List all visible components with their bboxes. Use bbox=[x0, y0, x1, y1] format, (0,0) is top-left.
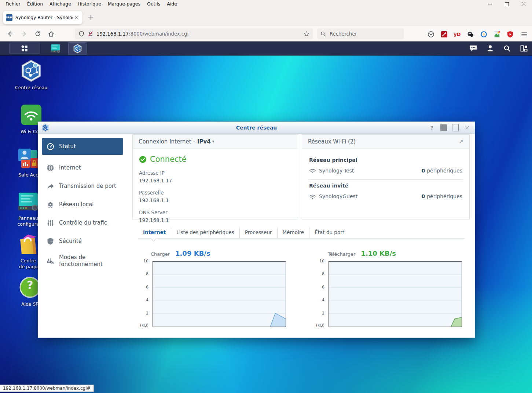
wifi-ssid: SynologyGuest bbox=[319, 193, 357, 199]
taskbar-network-center-button[interactable] bbox=[68, 42, 87, 55]
field-gateway: Passerelle 192.168.1.1 bbox=[139, 190, 291, 203]
url-host: 192.168.1.17 bbox=[96, 31, 129, 37]
adblock-extension-icon[interactable] bbox=[505, 29, 515, 39]
wifi-group-main: Réseau principal bbox=[309, 157, 462, 163]
menu-file[interactable]: Fichier bbox=[2, 0, 24, 8]
sidebar-item-local-network[interactable]: Réseau local bbox=[38, 195, 127, 214]
widgets-button[interactable] bbox=[520, 44, 528, 53]
download-rate-value: 1.10 KB/s bbox=[361, 250, 396, 257]
connection-panel-header: Connexion Internet - IPv4 ▾ bbox=[133, 135, 298, 149]
sidebar-item-security[interactable]: Sécurité bbox=[38, 232, 127, 250]
shield-icon[interactable] bbox=[78, 31, 84, 37]
search-desktop-button[interactable] bbox=[503, 44, 511, 53]
sidebar-item-operation-modes[interactable]: Modes de fonctionnement bbox=[38, 250, 127, 272]
ghostery-extension-icon[interactable] bbox=[466, 29, 475, 39]
router-gear-icon bbox=[46, 257, 54, 265]
browser-minimize-button[interactable] bbox=[481, 0, 498, 8]
search-input[interactable] bbox=[329, 31, 389, 37]
notifications-button[interactable] bbox=[469, 44, 478, 53]
window-minimize-button[interactable] bbox=[440, 124, 447, 131]
sidebar-item-traffic-control[interactable]: Contrôle du trafic bbox=[38, 214, 127, 232]
download-chart-block: Télécharger 1.10 KB/s 108642(KB) bbox=[315, 250, 462, 328]
window-maximize-button[interactable] bbox=[452, 124, 459, 131]
tab-port-status[interactable]: État du port bbox=[309, 227, 349, 238]
wifi-group-guest: Réseau invité bbox=[309, 183, 462, 189]
tab-device-list[interactable]: Liste des périphériques bbox=[171, 227, 239, 238]
taskbar-right-icons bbox=[469, 41, 528, 55]
onetab-extension-icon[interactable] bbox=[479, 29, 488, 39]
ipv4-dropdown[interactable]: IPv4 ▾ bbox=[197, 135, 214, 149]
screen: Fichier Édition Affichage Historique Mar… bbox=[0, 0, 532, 393]
maximize-icon bbox=[505, 2, 509, 6]
url-bar[interactable]: 192.168.1.17:8000/webman/index.cgi bbox=[75, 28, 313, 39]
sidebar-item-port-forwarding[interactable]: Transmission de port bbox=[38, 177, 127, 195]
plus-icon bbox=[88, 15, 93, 20]
window-close-button[interactable] bbox=[464, 124, 470, 131]
menu-view[interactable]: Affichage bbox=[46, 0, 74, 8]
sidebar-item-label: Contrôle du trafic bbox=[59, 219, 107, 226]
wifi-panel-header: Réseaux Wi-Fi (2) ↗ bbox=[302, 135, 469, 149]
tab-close-button[interactable] bbox=[73, 14, 80, 21]
menu-help[interactable]: Aide bbox=[164, 0, 180, 8]
menu-bookmarks[interactable]: Marque-pages bbox=[104, 0, 144, 8]
screenshot-extension-icon[interactable] bbox=[492, 29, 502, 39]
download-label: Télécharger bbox=[328, 251, 355, 257]
browser-maximize-button[interactable] bbox=[498, 0, 515, 8]
taskbar-control-panel-button[interactable] bbox=[47, 42, 64, 54]
navigation-toolbar: 192.168.1.17:8000/webman/index.cgi yD bbox=[0, 26, 532, 41]
search-icon bbox=[503, 45, 511, 52]
chevron-down-icon: ▾ bbox=[212, 135, 214, 149]
user-menu-button[interactable] bbox=[486, 44, 495, 53]
search-bar[interactable] bbox=[317, 28, 404, 39]
gauge-icon bbox=[46, 142, 54, 150]
menu-edit[interactable]: Édition bbox=[24, 0, 46, 8]
expand-icon[interactable]: ↗ bbox=[459, 135, 463, 149]
shield-icon bbox=[46, 237, 54, 245]
menu-tools[interactable]: Outils bbox=[144, 0, 164, 8]
upload-chart bbox=[153, 261, 286, 327]
field-ip-address: Adresse IP 192.168.1.17 bbox=[139, 170, 291, 183]
divider bbox=[308, 179, 463, 180]
minimize-icon bbox=[440, 124, 447, 131]
browser-tab[interactable]: SRM Synology Router - SynologyRou bbox=[3, 11, 82, 24]
sidebar-item-label: Statut bbox=[59, 143, 76, 150]
search-icon bbox=[320, 31, 326, 37]
download-chart bbox=[329, 261, 462, 327]
browser-close-button[interactable] bbox=[515, 0, 532, 8]
desktop-icon-network-center[interactable]: Centre réseau bbox=[11, 59, 51, 91]
sidebar-item-label: Réseau local bbox=[59, 201, 93, 208]
new-tab-button[interactable] bbox=[86, 12, 96, 22]
ydownloader-extension-label[interactable]: yD bbox=[452, 29, 462, 39]
srm-desktop: Centre réseau Wi-Fi Con bbox=[0, 41, 532, 393]
home-button[interactable] bbox=[45, 28, 56, 39]
bookmark-star-icon[interactable] bbox=[304, 31, 309, 37]
sidebar-item-internet[interactable]: Internet bbox=[38, 159, 127, 177]
tab-memory[interactable]: Mémoire bbox=[277, 227, 309, 238]
hamburger-menu-icon[interactable] bbox=[519, 29, 529, 39]
reload-button[interactable] bbox=[32, 28, 43, 39]
internet-connection-panel: Connexion Internet - IPv4 ▾ Connecté A bbox=[132, 134, 298, 219]
tab-title: Synology Router - SynologyRou bbox=[15, 15, 73, 20]
forward-button[interactable] bbox=[18, 28, 29, 39]
main-menu-icon bbox=[21, 44, 29, 52]
url-path: :8000/webman/index.cgi bbox=[129, 31, 304, 37]
window-help-button[interactable]: ? bbox=[429, 124, 435, 131]
download-chart-header: Télécharger 1.10 KB/s bbox=[328, 250, 396, 257]
status-tabs: InternetListe des périphériquesProcesseu… bbox=[138, 227, 465, 239]
back-button[interactable] bbox=[4, 28, 15, 39]
menu-history[interactable]: Historique bbox=[74, 0, 104, 8]
browser-menubar: Fichier Édition Affichage Historique Mar… bbox=[0, 0, 532, 8]
connection-header-label: Connexion Internet - bbox=[139, 135, 195, 149]
main-menu-button[interactable] bbox=[9, 43, 40, 54]
pocket-icon[interactable] bbox=[426, 29, 436, 39]
lock-broken-icon[interactable] bbox=[88, 31, 93, 37]
connection-status-row: Connecté bbox=[139, 155, 291, 164]
tab-cpu[interactable]: Processeur bbox=[239, 227, 277, 238]
sidebar-item-statut[interactable]: Statut bbox=[42, 138, 123, 155]
network-center-icon bbox=[11, 59, 51, 83]
wand-extension-icon[interactable] bbox=[439, 29, 449, 39]
tab-internet[interactable]: Internet bbox=[138, 227, 171, 238]
device-count: 0périphériques bbox=[421, 168, 462, 174]
window-titlebar[interactable]: Centre réseau ? bbox=[38, 122, 475, 134]
wifi-network-row: SynologyGuest 0périphériques bbox=[309, 193, 462, 199]
